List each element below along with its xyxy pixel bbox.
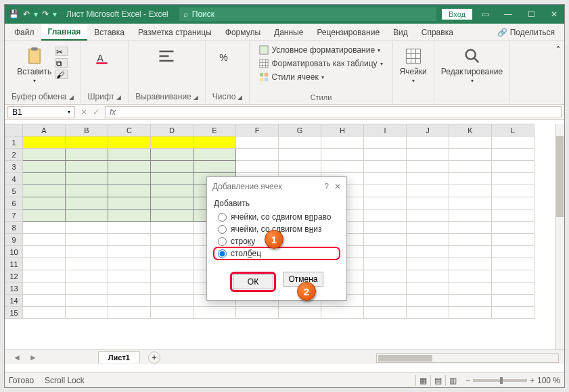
cell[interactable]: [66, 185, 108, 197]
column-header[interactable]: A: [23, 124, 66, 137]
option-entire-column[interactable]: столбец: [214, 247, 340, 260]
cell[interactable]: [23, 210, 66, 222]
cell[interactable]: [66, 210, 108, 222]
cell[interactable]: [449, 246, 492, 258]
column-header[interactable]: L: [492, 124, 534, 137]
cell[interactable]: [492, 149, 534, 161]
column-header[interactable]: E: [194, 124, 236, 137]
cell[interactable]: [151, 295, 194, 307]
cell[interactable]: [23, 246, 66, 258]
select-all-cell[interactable]: [5, 124, 23, 137]
cell[interactable]: [492, 307, 534, 319]
horizontal-scrollbar[interactable]: [376, 353, 559, 363]
cell[interactable]: [151, 307, 194, 319]
cell[interactable]: [364, 295, 407, 307]
tab-home[interactable]: Главная: [41, 24, 88, 41]
cell[interactable]: [23, 149, 66, 161]
cut-icon[interactable]: ✂: [55, 47, 68, 56]
cell[interactable]: [151, 161, 194, 173]
cell[interactable]: [492, 137, 534, 149]
help-icon[interactable]: ?: [324, 182, 329, 191]
cell[interactable]: [364, 234, 407, 246]
cell[interactable]: [23, 283, 66, 295]
search-box[interactable]: ⌕ Поиск: [179, 7, 436, 21]
cell[interactable]: [492, 161, 534, 173]
tab-formulas[interactable]: Формулы: [219, 24, 267, 41]
cell[interactable]: [151, 137, 194, 149]
font-button[interactable]: A: [95, 44, 114, 66]
cell[interactable]: [23, 197, 66, 210]
cell[interactable]: [364, 258, 407, 270]
conditional-formatting-button[interactable]: Условное форматирование▾: [256, 44, 383, 56]
editing-button[interactable]: Редактирование ▾: [441, 44, 503, 84]
cell[interactable]: [364, 210, 407, 222]
row-header[interactable]: 8: [5, 222, 23, 234]
cell[interactable]: [364, 185, 407, 197]
cell[interactable]: [407, 270, 449, 283]
tab-help[interactable]: Справка: [415, 24, 460, 41]
cell[interactable]: [151, 246, 194, 258]
cell[interactable]: [108, 234, 151, 246]
vertical-scrollbar[interactable]: [555, 124, 564, 349]
zoom-out-icon[interactable]: −: [465, 376, 470, 385]
ok-button[interactable]: ОК: [233, 274, 273, 289]
cell[interactable]: [407, 197, 449, 210]
prev-sheet-icon[interactable]: ◄: [5, 353, 29, 362]
cell[interactable]: [492, 173, 534, 185]
format-as-table-button[interactable]: Форматировать как таблицу▾: [256, 57, 385, 70]
cell[interactable]: [236, 161, 279, 173]
cell[interactable]: [23, 173, 66, 185]
cell[interactable]: [66, 161, 108, 173]
ribbon-options-icon[interactable]: ▭: [475, 7, 495, 21]
cell[interactable]: [492, 246, 534, 258]
cell[interactable]: [108, 295, 151, 307]
cell[interactable]: [279, 149, 321, 161]
row-header[interactable]: 12: [5, 270, 23, 283]
cell[interactable]: [23, 270, 66, 283]
view-page-break-icon[interactable]: ▥: [445, 375, 460, 386]
cell[interactable]: [66, 197, 108, 210]
cell[interactable]: [151, 283, 194, 295]
row-header[interactable]: 3: [5, 161, 23, 173]
cell[interactable]: [66, 222, 108, 234]
cell[interactable]: [364, 283, 407, 295]
cell[interactable]: [108, 197, 151, 210]
sheet-tab[interactable]: Лист1: [98, 351, 140, 363]
row-header[interactable]: 11: [5, 258, 23, 270]
cell[interactable]: [492, 210, 534, 222]
cell[interactable]: [449, 258, 492, 270]
cell[interactable]: [492, 185, 534, 197]
cell[interactable]: [151, 197, 194, 210]
close-icon[interactable]: ✕: [334, 182, 341, 191]
cell[interactable]: [492, 222, 534, 234]
cell[interactable]: [23, 258, 66, 270]
column-header[interactable]: K: [449, 124, 492, 137]
cell[interactable]: [66, 295, 108, 307]
cell[interactable]: [66, 173, 108, 185]
tab-review[interactable]: Рецензирование: [310, 24, 386, 41]
tab-file[interactable]: Файл: [7, 24, 41, 41]
minimize-icon[interactable]: —: [498, 7, 518, 21]
cell[interactable]: [321, 307, 364, 319]
cell[interactable]: [66, 270, 108, 283]
cell[interactable]: [279, 137, 321, 149]
tab-data[interactable]: Данные: [267, 24, 310, 41]
cell[interactable]: [23, 161, 66, 173]
cell[interactable]: [66, 149, 108, 161]
cell[interactable]: [407, 161, 449, 173]
column-header[interactable]: B: [66, 124, 108, 137]
cell[interactable]: [449, 222, 492, 234]
cell[interactable]: [449, 270, 492, 283]
redo-icon[interactable]: ↷: [42, 9, 49, 19]
cell[interactable]: [364, 270, 407, 283]
cell[interactable]: [151, 234, 194, 246]
cell[interactable]: [449, 149, 492, 161]
cell[interactable]: [407, 149, 449, 161]
cell[interactable]: [236, 307, 279, 319]
row-header[interactable]: 14: [5, 295, 23, 307]
cell[interactable]: [407, 295, 449, 307]
column-header[interactable]: I: [364, 124, 407, 137]
row-header[interactable]: 7: [5, 210, 23, 222]
column-header[interactable]: D: [151, 124, 194, 137]
row-header[interactable]: 5: [5, 185, 23, 197]
